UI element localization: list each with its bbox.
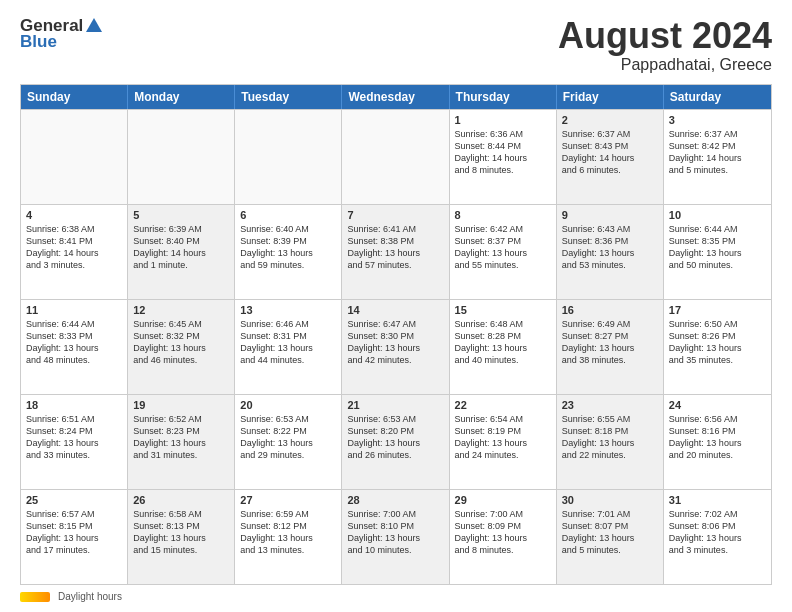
cal-cell: 5Sunrise: 6:39 AM Sunset: 8:40 PM Daylig… [128,205,235,299]
cell-info: Sunrise: 7:02 AM Sunset: 8:06 PM Dayligh… [669,508,766,557]
day-number: 2 [562,114,658,126]
day-number: 21 [347,399,443,411]
cal-week-2: 4Sunrise: 6:38 AM Sunset: 8:41 PM Daylig… [21,204,771,299]
header: General Blue August 2024 Pappadhatai, Gr… [20,16,772,74]
cal-cell: 4Sunrise: 6:38 AM Sunset: 8:41 PM Daylig… [21,205,128,299]
day-number: 9 [562,209,658,221]
cell-info: Sunrise: 7:00 AM Sunset: 8:09 PM Dayligh… [455,508,551,557]
cell-info: Sunrise: 6:46 AM Sunset: 8:31 PM Dayligh… [240,318,336,367]
cal-week-5: 25Sunrise: 6:57 AM Sunset: 8:15 PM Dayli… [21,489,771,584]
cal-week-1: 1Sunrise: 6:36 AM Sunset: 8:44 PM Daylig… [21,109,771,204]
day-number: 31 [669,494,766,506]
cell-info: Sunrise: 6:51 AM Sunset: 8:24 PM Dayligh… [26,413,122,462]
cal-cell: 17Sunrise: 6:50 AM Sunset: 8:26 PM Dayli… [664,300,771,394]
day-number: 27 [240,494,336,506]
cell-info: Sunrise: 6:54 AM Sunset: 8:19 PM Dayligh… [455,413,551,462]
cal-cell: 7Sunrise: 6:41 AM Sunset: 8:38 PM Daylig… [342,205,449,299]
cal-cell [21,110,128,204]
cal-cell: 1Sunrise: 6:36 AM Sunset: 8:44 PM Daylig… [450,110,557,204]
day-number: 15 [455,304,551,316]
cell-info: Sunrise: 6:49 AM Sunset: 8:27 PM Dayligh… [562,318,658,367]
cell-info: Sunrise: 6:45 AM Sunset: 8:32 PM Dayligh… [133,318,229,367]
day-number: 16 [562,304,658,316]
cal-week-4: 18Sunrise: 6:51 AM Sunset: 8:24 PM Dayli… [21,394,771,489]
cell-info: Sunrise: 6:38 AM Sunset: 8:41 PM Dayligh… [26,223,122,272]
day-number: 5 [133,209,229,221]
month-year: August 2024 [558,16,772,56]
day-number: 29 [455,494,551,506]
day-number: 7 [347,209,443,221]
day-number: 25 [26,494,122,506]
day-number: 19 [133,399,229,411]
day-number: 4 [26,209,122,221]
page: General Blue August 2024 Pappadhatai, Gr… [0,0,792,612]
cal-cell [235,110,342,204]
cell-info: Sunrise: 6:59 AM Sunset: 8:12 PM Dayligh… [240,508,336,557]
day-number: 10 [669,209,766,221]
cell-info: Sunrise: 7:00 AM Sunset: 8:10 PM Dayligh… [347,508,443,557]
location: Pappadhatai, Greece [558,56,772,74]
day-number: 14 [347,304,443,316]
cell-info: Sunrise: 6:53 AM Sunset: 8:20 PM Dayligh… [347,413,443,462]
cal-header-saturday: Saturday [664,85,771,109]
day-number: 26 [133,494,229,506]
cal-cell: 29Sunrise: 7:00 AM Sunset: 8:09 PM Dayli… [450,490,557,584]
cal-cell: 19Sunrise: 6:52 AM Sunset: 8:23 PM Dayli… [128,395,235,489]
cal-cell: 12Sunrise: 6:45 AM Sunset: 8:32 PM Dayli… [128,300,235,394]
calendar: SundayMondayTuesdayWednesdayThursdayFrid… [20,84,772,585]
day-number: 11 [26,304,122,316]
cell-info: Sunrise: 6:48 AM Sunset: 8:28 PM Dayligh… [455,318,551,367]
cal-cell: 3Sunrise: 6:37 AM Sunset: 8:42 PM Daylig… [664,110,771,204]
logo: General Blue [20,16,104,52]
cell-info: Sunrise: 6:56 AM Sunset: 8:16 PM Dayligh… [669,413,766,462]
calendar-header: SundayMondayTuesdayWednesdayThursdayFrid… [21,85,771,109]
calendar-body: 1Sunrise: 6:36 AM Sunset: 8:44 PM Daylig… [21,109,771,584]
day-number: 20 [240,399,336,411]
cal-cell: 28Sunrise: 7:00 AM Sunset: 8:10 PM Dayli… [342,490,449,584]
cal-cell: 11Sunrise: 6:44 AM Sunset: 8:33 PM Dayli… [21,300,128,394]
cal-cell: 2Sunrise: 6:37 AM Sunset: 8:43 PM Daylig… [557,110,664,204]
day-number: 28 [347,494,443,506]
cal-cell: 23Sunrise: 6:55 AM Sunset: 8:18 PM Dayli… [557,395,664,489]
day-number: 1 [455,114,551,126]
cal-cell: 16Sunrise: 6:49 AM Sunset: 8:27 PM Dayli… [557,300,664,394]
day-number: 3 [669,114,766,126]
cell-info: Sunrise: 6:37 AM Sunset: 8:42 PM Dayligh… [669,128,766,177]
cal-cell: 13Sunrise: 6:46 AM Sunset: 8:31 PM Dayli… [235,300,342,394]
cal-header-thursday: Thursday [450,85,557,109]
cal-cell: 22Sunrise: 6:54 AM Sunset: 8:19 PM Dayli… [450,395,557,489]
cal-cell: 18Sunrise: 6:51 AM Sunset: 8:24 PM Dayli… [21,395,128,489]
cal-cell: 8Sunrise: 6:42 AM Sunset: 8:37 PM Daylig… [450,205,557,299]
day-number: 24 [669,399,766,411]
cal-cell [128,110,235,204]
cell-info: Sunrise: 6:57 AM Sunset: 8:15 PM Dayligh… [26,508,122,557]
day-number: 8 [455,209,551,221]
cal-cell: 14Sunrise: 6:47 AM Sunset: 8:30 PM Dayli… [342,300,449,394]
day-number: 30 [562,494,658,506]
title-block: August 2024 Pappadhatai, Greece [558,16,772,74]
cal-cell: 31Sunrise: 7:02 AM Sunset: 8:06 PM Dayli… [664,490,771,584]
cal-header-monday: Monday [128,85,235,109]
cell-info: Sunrise: 6:40 AM Sunset: 8:39 PM Dayligh… [240,223,336,272]
cal-cell: 24Sunrise: 6:56 AM Sunset: 8:16 PM Dayli… [664,395,771,489]
cal-cell: 26Sunrise: 6:58 AM Sunset: 8:13 PM Dayli… [128,490,235,584]
cal-cell: 15Sunrise: 6:48 AM Sunset: 8:28 PM Dayli… [450,300,557,394]
day-number: 13 [240,304,336,316]
cell-info: Sunrise: 6:44 AM Sunset: 8:35 PM Dayligh… [669,223,766,272]
cal-week-3: 11Sunrise: 6:44 AM Sunset: 8:33 PM Dayli… [21,299,771,394]
cal-header-wednesday: Wednesday [342,85,449,109]
cal-header-friday: Friday [557,85,664,109]
day-number: 12 [133,304,229,316]
cell-info: Sunrise: 6:37 AM Sunset: 8:43 PM Dayligh… [562,128,658,177]
cal-cell: 9Sunrise: 6:43 AM Sunset: 8:36 PM Daylig… [557,205,664,299]
cal-header-sunday: Sunday [21,85,128,109]
cell-info: Sunrise: 6:36 AM Sunset: 8:44 PM Dayligh… [455,128,551,177]
cal-cell: 30Sunrise: 7:01 AM Sunset: 8:07 PM Dayli… [557,490,664,584]
cell-info: Sunrise: 6:42 AM Sunset: 8:37 PM Dayligh… [455,223,551,272]
cal-cell [342,110,449,204]
cell-info: Sunrise: 6:52 AM Sunset: 8:23 PM Dayligh… [133,413,229,462]
cal-cell: 6Sunrise: 6:40 AM Sunset: 8:39 PM Daylig… [235,205,342,299]
logo-icon [84,16,104,36]
day-number: 18 [26,399,122,411]
cal-cell: 20Sunrise: 6:53 AM Sunset: 8:22 PM Dayli… [235,395,342,489]
